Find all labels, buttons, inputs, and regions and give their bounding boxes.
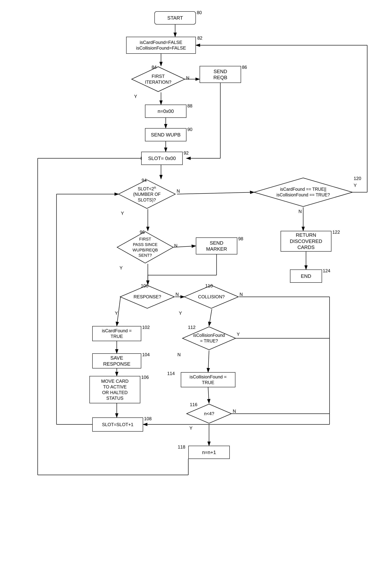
ref-102: 102 [142, 325, 150, 330]
ref-90: 90 [187, 127, 193, 132]
label-112-n: N [177, 352, 181, 357]
node-102: isCardFound = TRUE [92, 326, 141, 341]
svg-line-30 [208, 387, 209, 403]
ref-100: 100 [141, 283, 148, 289]
label-120-y: Y [354, 183, 357, 188]
node-90-label: SEND WUPB [151, 132, 180, 138]
start-node: START [154, 11, 196, 24]
ref-118: 118 [178, 444, 185, 450]
ref-120: 120 [354, 176, 361, 181]
label-84-y: Y [134, 94, 137, 99]
ref-82: 82 [197, 35, 202, 41]
node-88-label: n=0x00 [158, 108, 174, 115]
node-124: END [290, 270, 322, 283]
ref-124: 124 [323, 268, 330, 273]
ref-96: 96 [140, 230, 145, 235]
ref-80: 80 [197, 10, 202, 15]
flowchart-diagram: START isCardFound=FALSE isCollisionFound… [0, 0, 390, 588]
node-114: isCollisionFound = TRUE [181, 372, 235, 387]
node-88: n=0x00 [145, 105, 187, 118]
start-label: START [167, 15, 183, 21]
node-108-label: SLOT=SLOT+1 [102, 422, 134, 427]
node-120: isCardFound == TRUE||isCollisionFound ==… [253, 177, 353, 207]
label-100-y: Y [115, 311, 118, 316]
label-96-n: N [174, 243, 177, 248]
ref-110: 110 [205, 283, 213, 289]
node-118-label: n=n+1 [202, 449, 216, 456]
node-102-label: isCardFound = TRUE [102, 328, 132, 339]
label-110-n: N [240, 292, 243, 297]
node-124-label: END [301, 273, 311, 279]
svg-line-10 [177, 192, 254, 194]
node-90: SEND WUPB [145, 128, 187, 141]
ref-122: 122 [332, 230, 340, 235]
label-110-y: Y [179, 311, 182, 316]
node-98-label: SEND MARKER [206, 240, 227, 252]
node-86-label: SEND REQB [213, 68, 227, 81]
node-82-label: isCardFound=FALSE isCollisionFound=FALSE [136, 40, 186, 51]
node-106: MOVE CARD TO ACTIVE OR HALTED STATUS [90, 376, 140, 403]
node-98: SEND MARKER [196, 237, 237, 254]
node-92: SLOT= 0x00 [141, 152, 183, 165]
node-104: SAVE RESPONSE [92, 353, 141, 368]
node-122: RETURN DISCOVERED CARDS [281, 231, 332, 252]
node-108: SLOT=SLOT+1 [92, 417, 143, 432]
ref-92: 92 [184, 150, 189, 156]
ref-116: 116 [190, 402, 197, 407]
label-94-n: N [177, 188, 180, 194]
node-122-label: RETURN DISCOVERED CARDS [290, 232, 322, 250]
ref-88: 88 [187, 103, 193, 109]
label-94-y: Y [121, 211, 124, 216]
ref-106: 106 [141, 375, 149, 380]
ref-84: 84 [151, 65, 157, 70]
svg-line-27 [209, 309, 212, 326]
ref-112: 112 [188, 325, 195, 330]
ref-94: 94 [142, 178, 147, 183]
node-106-label: MOVE CARD TO ACTIVE OR HALTED STATUS [101, 378, 128, 401]
node-118: n=n+1 [188, 446, 230, 459]
node-92-label: SLOT= 0x00 [148, 155, 176, 162]
label-100-n: N [176, 292, 179, 297]
ref-98: 98 [238, 236, 243, 241]
node-84: FIRSTITERATION? [131, 66, 186, 92]
label-116-y: Y [190, 425, 193, 431]
node-94: SLOT<2n(NUMBER OFSLOTS)? [118, 179, 176, 209]
label-96-y: Y [120, 265, 123, 271]
node-96: FIRSTPASS SINCEWUPB/REQBSENT? [116, 231, 174, 264]
node-104-label: SAVE RESPONSE [103, 355, 131, 367]
label-116-n: N [233, 409, 236, 414]
node-114-label: isCollisionFound = TRUE [190, 374, 227, 385]
label-84-n: N [186, 75, 189, 81]
ref-114: 114 [167, 371, 175, 376]
node-82: isCardFound=FALSE isCollisionFound=FALSE [126, 37, 196, 54]
ref-86: 86 [242, 65, 247, 70]
ref-108: 108 [144, 416, 151, 421]
ref-104: 104 [142, 352, 150, 357]
label-112-y: Y [237, 332, 240, 337]
label-120-n: N [298, 209, 302, 214]
node-86: SEND REQB [200, 66, 241, 83]
svg-line-29 [208, 351, 209, 372]
